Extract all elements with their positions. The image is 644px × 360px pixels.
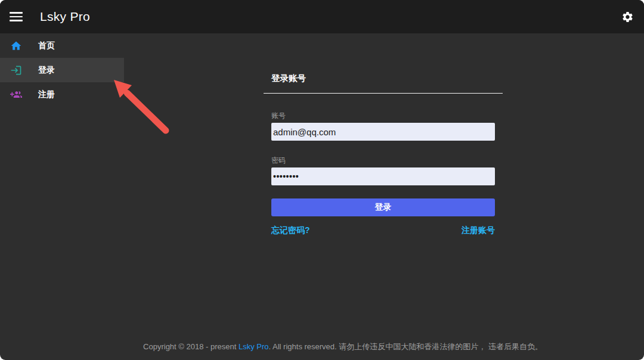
register-icon (10, 89, 22, 101)
forgot-password-link[interactable]: 忘记密码? (271, 225, 310, 236)
sidebar-item-register[interactable]: 注册 (0, 82, 124, 107)
account-label: 账号 (271, 111, 495, 120)
password-input[interactable] (271, 167, 495, 185)
app-window: Lsky Pro 首页 登录 (0, 0, 644, 360)
sidebar: 首页 登录 注册 (0, 33, 124, 360)
sidebar-item-login[interactable]: 登录 (0, 58, 124, 82)
form-links: 忘记密码? 注册账号 (271, 225, 495, 236)
sidebar-item-label: 注册 (38, 89, 55, 100)
app-bar: Lsky Pro (0, 0, 644, 33)
footer-text-prefix: Copyright © 2018 - present (143, 342, 239, 351)
footer-lskypro-link[interactable]: Lsky Pro (239, 342, 269, 351)
footer-text-suffix: . All rights reserved. 请勿上传违反中国大陆和香港法律的图… (269, 342, 543, 351)
form-fields: 账号 密码 登录 忘记密码? 注册账号 (264, 111, 503, 236)
register-account-link[interactable]: 注册账号 (462, 225, 495, 236)
sidebar-item-label: 首页 (38, 41, 55, 51)
footer: Copyright © 2018 - present Lsky Pro. All… (42, 342, 644, 351)
home-icon (10, 40, 22, 52)
login-icon (10, 64, 22, 76)
sidebar-item-home[interactable]: 首页 (0, 33, 124, 58)
account-input[interactable] (271, 123, 495, 141)
login-form: 登录账号 账号 密码 登录 忘记密码? 注册账号 (264, 74, 503, 236)
login-button[interactable]: 登录 (271, 198, 495, 216)
form-heading: 登录账号 (264, 74, 503, 94)
sidebar-item-label: 登录 (38, 65, 55, 76)
app-title: Lsky Pro (40, 10, 90, 24)
hamburger-menu-icon[interactable] (10, 12, 23, 21)
settings-gear-icon[interactable] (620, 10, 634, 24)
password-label: 密码 (271, 156, 495, 165)
